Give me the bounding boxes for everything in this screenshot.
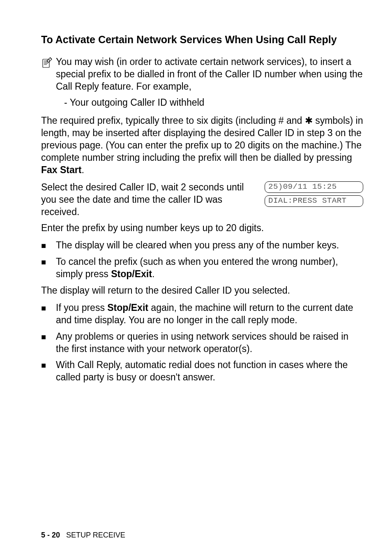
bullet-text: Any problems or queries in using network…: [56, 331, 363, 355]
note-block: You may wish (in order to activate certa…: [41, 56, 363, 93]
footer-page-number: 5 - 20: [41, 531, 60, 539]
bullet-text: With Call Reply, automatic redial does n…: [56, 359, 363, 384]
note-icon-wrapper: [41, 56, 56, 70]
list1-item2-b: .: [152, 269, 154, 279]
list-item: ■ The display will be cleared when you p…: [41, 239, 363, 252]
note-sub-line: - Your outgoing Caller ID withheld: [64, 97, 363, 109]
list-item: ■ If you press Stop/Exit again, the mach…: [41, 302, 363, 327]
bullet-marker: ■: [41, 359, 56, 371]
bullet-text: The display will be cleared when you pre…: [56, 239, 363, 252]
bullet-marker: ■: [41, 239, 56, 251]
lcd-row-text: Select the desired Caller ID, wait 2 sec…: [41, 181, 265, 218]
bullet-marker: ■: [41, 331, 56, 342]
bullet-marker: ■: [41, 302, 56, 313]
page-footer: 5 - 20 SETUP RECEIVE: [41, 531, 125, 540]
bullet-marker: ■: [41, 256, 56, 267]
bullet-list-1: ■ The display will be cleared when you p…: [41, 239, 363, 280]
bullet-list-2: ■ If you press Stop/Exit again, the mach…: [41, 302, 363, 384]
stop-exit-label-1: Stop/Exit: [111, 269, 152, 279]
list1-item2-a: To cancel the prefix (such as when you e…: [56, 256, 338, 279]
lcd-display-2: DIAL:PRESS START: [265, 195, 363, 207]
note-text: You may wish (in order to activate certa…: [56, 56, 363, 93]
list-item: ■ With Call Reply, automatic redial does…: [41, 359, 363, 384]
bullet-text: To cancel the prefix (such as when you e…: [56, 256, 363, 280]
lcd-row: Select the desired Caller ID, wait 2 sec…: [41, 181, 363, 218]
list-item: ■ Any problems or queries in using netwo…: [41, 331, 363, 355]
section-heading: To Activate Certain Network Services Whe…: [41, 33, 363, 47]
para1-part-a: The required prefix, typically three to …: [41, 115, 305, 126]
paragraph-display-return: The display will return to the desired C…: [41, 285, 363, 297]
list-item: ■ To cancel the prefix (such as when you…: [41, 256, 363, 280]
paragraph-enter-prefix: Enter the prefix by using number keys up…: [41, 222, 363, 234]
fax-start-label: Fax Start: [41, 164, 81, 175]
note-icon: [41, 57, 53, 68]
para1-part-c: .: [81, 164, 84, 175]
stop-exit-label-2: Stop/Exit: [107, 302, 148, 313]
list2-item1-a: If you press: [56, 302, 107, 313]
bullet-text: If you press Stop/Exit again, the machin…: [56, 302, 363, 327]
paragraph-prefix-info: The required prefix, typically three to …: [41, 115, 363, 176]
lcd-display-1: 25)09/11 15:25: [265, 181, 363, 193]
lcd-row-displays: 25)09/11 15:25 DIAL:PRESS START: [265, 181, 363, 209]
star-symbol: ✱: [305, 115, 313, 126]
footer-section-label: SETUP RECEIVE: [66, 531, 125, 539]
svg-line-5: [50, 58, 52, 59]
